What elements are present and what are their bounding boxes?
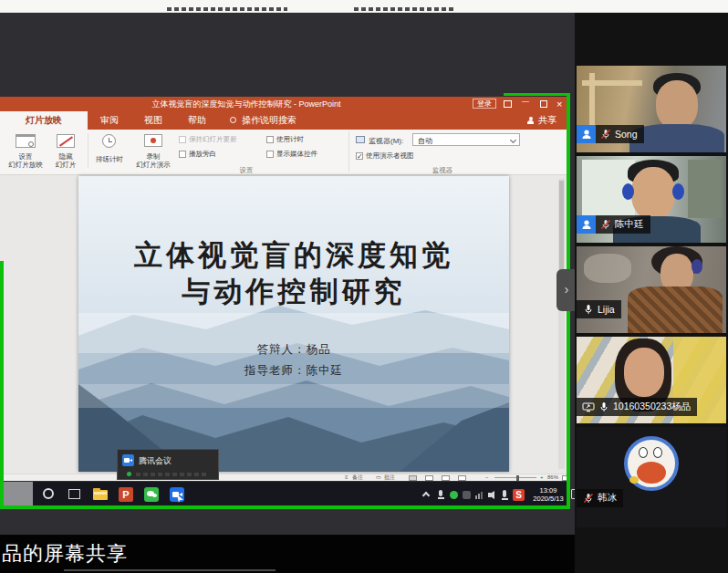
setup-slide-show-icon: [16, 134, 36, 148]
shared-screen-area: 立体视觉盲的深度知觉与动作控制研究 - PowerPoint 登录 — × 灯片…: [0, 13, 575, 573]
participant-name: Lijia: [598, 304, 615, 315]
video-tile-hanbing[interactable]: 韩冰: [577, 427, 726, 527]
sidebar-collapse-toggle[interactable]: ›: [556, 269, 577, 311]
video-tile-chenzhongting[interactable]: 陈中廷: [577, 156, 726, 243]
tell-me-search[interactable]: 操作说明搜索: [242, 111, 296, 130]
share-button[interactable]: 共享: [538, 111, 556, 130]
tray-microphone-icon[interactable]: [436, 490, 446, 500]
video-frame: [628, 286, 723, 333]
headphones: [672, 183, 684, 200]
taskbar-clock[interactable]: 13:09 2020/5/13: [529, 486, 567, 503]
monitor-dropdown[interactable]: 自动: [412, 133, 520, 146]
video-frame: [629, 124, 724, 152]
vertical-scrollbar[interactable]: [558, 179, 565, 469]
video-frame: [656, 80, 698, 130]
screen-share-caption-bar: 品的屏幕共享: [0, 535, 575, 573]
hide-slide-icon: [57, 134, 75, 148]
share-border-bottom: [0, 505, 570, 509]
checkbox-play-narrations[interactable]: 播放旁白: [179, 150, 216, 159]
minimize-button[interactable]: —: [522, 94, 529, 109]
video-frame: [582, 80, 642, 86]
tray-network-icon[interactable]: [474, 490, 484, 500]
notes-toggle[interactable]: 备注: [352, 474, 363, 481]
slide-show-view-icon[interactable]: [458, 475, 466, 481]
file-explorer-icon[interactable]: [91, 485, 109, 504]
ppt-title-bar: 立体视觉盲的深度知觉与动作控制研究 - PowerPoint 登录 — ×: [0, 97, 569, 111]
tooltip-app-name: 腾讯会议: [139, 455, 172, 467]
video-frame: [624, 348, 664, 397]
screen-share-badge: [582, 401, 595, 412]
restore-button[interactable]: [540, 100, 547, 108]
tray-ime-icon[interactable]: [500, 490, 510, 500]
checkbox-use-timings[interactable]: 使用计时: [266, 135, 304, 144]
setup-slide-show-button[interactable]: 设置 幻灯片放映: [5, 131, 46, 172]
tencent-meeting-icon: [122, 454, 134, 466]
record-slide-show-icon: [144, 134, 162, 147]
sign-in-button[interactable]: 登录: [473, 99, 496, 109]
participant-label: 10160350233杨品: [577, 398, 697, 416]
mic-icon: [583, 304, 594, 315]
headphones: [622, 183, 634, 200]
tab-help[interactable]: 帮助: [188, 111, 206, 130]
tray-chevron-icon[interactable]: [421, 490, 432, 500]
rehearse-timings-button[interactable]: 排练计时: [91, 131, 128, 172]
slide: 立体视觉盲的深度知觉 与动作控制研究 答辩人：杨品 指导老师：陈中廷: [78, 176, 509, 472]
comments-icon: ▭: [376, 474, 381, 481]
tab-slide-show-selected[interactable]: 灯片放映: [0, 111, 88, 130]
zoom-in-button[interactable]: +: [540, 474, 544, 481]
group-label-setup: 设置: [228, 166, 265, 175]
powerpoint-icon[interactable]: P: [117, 485, 135, 504]
taskbar-preview-tooltip[interactable]: 腾讯会议: [117, 449, 219, 480]
notes-icon: ≡: [345, 474, 348, 481]
tray-app-icon[interactable]: [462, 490, 472, 500]
participant-name: 陈中廷: [615, 218, 644, 231]
checkbox-show-media-controls[interactable]: 显示媒体控件: [266, 150, 317, 159]
share-border-top: [504, 93, 570, 96]
clipped-text-fragment: [136, 473, 209, 476]
zoom-out-button[interactable]: −: [485, 474, 489, 481]
clock-date: 2020/5/13: [529, 495, 567, 503]
ribbon-slide-show: 设置 幻灯片放映 隐藏 幻灯片: [0, 130, 569, 175]
task-view-icon[interactable]: [66, 485, 84, 504]
cortana-icon[interactable]: [40, 485, 58, 504]
clock-time: 13:09: [529, 486, 567, 495]
clipped-text-fragment: [167, 7, 287, 11]
tray-wechat-icon[interactable]: [449, 490, 459, 500]
participant-label: Song: [577, 125, 644, 143]
cartoon-avatar: [624, 436, 679, 491]
normal-view-icon[interactable]: [409, 475, 417, 481]
checkbox-keep-slides-updated[interactable]: 保持幻灯片更新: [179, 135, 237, 144]
status-dot: [127, 472, 131, 476]
participant-name: 10160350233杨品: [613, 401, 691, 413]
video-frame: [584, 254, 631, 283]
zoom-slider[interactable]: [494, 477, 536, 478]
muted-mic-icon: [583, 493, 594, 504]
sogou-input-icon[interactable]: S: [513, 489, 525, 501]
reading-view-icon[interactable]: [442, 475, 450, 481]
video-tile-song[interactable]: Song: [577, 66, 726, 152]
close-button[interactable]: ×: [556, 97, 562, 111]
hide-slide-button[interactable]: 隐藏 幻灯片: [49, 131, 82, 172]
tab-review[interactable]: 审阅: [100, 111, 119, 130]
record-slide-show-button[interactable]: 录制 幻灯片演示: [131, 131, 175, 172]
zoom-level[interactable]: 86%: [547, 474, 558, 481]
tencent-meeting-taskbar-icon[interactable]: [168, 485, 186, 504]
mic-icon: [598, 401, 609, 412]
comments-toggle[interactable]: 批注: [384, 474, 395, 481]
rehearse-timings-clock-icon: [102, 134, 116, 148]
divider: [64, 569, 276, 571]
muted-mic-icon: [600, 129, 611, 140]
video-tile-lijia[interactable]: Lijia: [577, 246, 726, 333]
zoom-slider-thumb[interactable]: [516, 475, 519, 481]
meeting-window: 立体视觉盲的深度知觉与动作控制研究 - PowerPoint 登录 — × 灯片…: [0, 0, 728, 573]
wechat-icon[interactable]: [142, 485, 161, 504]
tray-speaker-icon[interactable]: [487, 490, 497, 500]
screen-share-caption: 品的屏幕共享: [2, 542, 128, 566]
video-tile-yangpin[interactable]: 10160350233杨品: [577, 337, 726, 423]
share-border-left: [0, 261, 4, 505]
slide-sorter-view-icon[interactable]: [425, 475, 433, 481]
tab-view[interactable]: 视图: [144, 111, 162, 130]
checkbox-use-presenter-view[interactable]: ✓使用演示者视图: [356, 151, 414, 161]
ribbon-display-options-icon[interactable]: [504, 100, 512, 108]
chevron-down-icon: [510, 137, 516, 143]
